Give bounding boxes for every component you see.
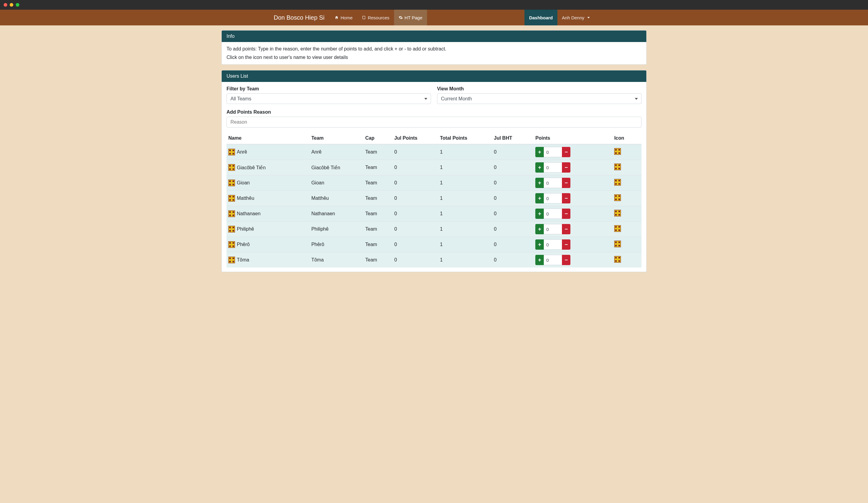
- user-julpoints: 0: [393, 191, 438, 206]
- avatar-icon[interactable]: [228, 180, 235, 186]
- close-window-icon[interactable]: [4, 3, 7, 7]
- subtract-points-button[interactable]: −: [562, 147, 570, 157]
- points-input[interactable]: [544, 147, 562, 157]
- user-julbht: 0: [492, 191, 534, 206]
- user-name: Anrê: [237, 149, 247, 155]
- user-team: Anrê: [309, 144, 363, 160]
- add-points-button[interactable]: +: [535, 255, 544, 265]
- info-text-line1: To add points: Type in the reason, enter…: [227, 46, 641, 52]
- filter-row: Filter by Team All Teams View Month Curr…: [227, 86, 641, 104]
- user-totalpoints: 1: [438, 252, 492, 268]
- nav-links: Home Resources HT Page: [330, 10, 427, 25]
- brand[interactable]: Don Bosco Hiep Si: [274, 10, 330, 25]
- avatar-icon[interactable]: [228, 195, 235, 202]
- avatar-icon[interactable]: [614, 164, 621, 170]
- table-row: GioanGioanTeam010+−: [227, 175, 641, 191]
- avatar-icon[interactable]: [614, 225, 621, 232]
- avatar-icon[interactable]: [228, 256, 235, 263]
- filter-team-col: Filter by Team All Teams: [227, 86, 431, 104]
- filter-team-label: Filter by Team: [227, 86, 431, 92]
- user-cap: Team: [363, 160, 393, 175]
- add-points-button[interactable]: +: [535, 162, 544, 172]
- view-month-select[interactable]: Current Month: [437, 93, 641, 104]
- nav-htpage-label: HT Page: [405, 15, 423, 20]
- user-julpoints: 0: [393, 252, 438, 268]
- user-name: Giacôbê Tiền: [237, 165, 266, 170]
- avatar-icon[interactable]: [228, 226, 235, 232]
- add-points-button[interactable]: +: [535, 178, 544, 188]
- nav-home[interactable]: Home: [330, 10, 357, 25]
- user-cap: Team: [363, 237, 393, 252]
- points-input[interactable]: [544, 239, 562, 250]
- nav-htpage[interactable]: HT Page: [394, 10, 427, 25]
- points-input[interactable]: [544, 209, 562, 219]
- view-month-label: View Month: [437, 86, 641, 92]
- subtract-points-button[interactable]: −: [562, 239, 570, 250]
- user-julpoints: 0: [393, 237, 438, 252]
- user-totalpoints: 1: [438, 144, 492, 160]
- avatar-icon[interactable]: [614, 256, 621, 263]
- user-team: Gioan: [309, 175, 363, 191]
- points-input-group: +−: [535, 224, 570, 234]
- add-points-button[interactable]: +: [535, 239, 544, 250]
- add-points-button[interactable]: +: [535, 193, 544, 203]
- user-totalpoints: 1: [438, 206, 492, 222]
- avatar-icon[interactable]: [614, 148, 621, 155]
- add-points-button[interactable]: +: [535, 147, 544, 157]
- user-julbht: 0: [492, 175, 534, 191]
- nav-user-label: Anh Denny: [562, 15, 584, 20]
- nav-home-label: Home: [341, 15, 353, 20]
- subtract-points-button[interactable]: −: [562, 178, 570, 188]
- navbar: Don Bosco Hiep Si Home Resources HT Page…: [0, 10, 868, 25]
- reason-input[interactable]: [227, 117, 641, 128]
- avatar-icon[interactable]: [228, 149, 235, 155]
- nav-dashboard[interactable]: Dashboard: [525, 10, 557, 25]
- subtract-points-button[interactable]: −: [562, 193, 570, 203]
- maximize-window-icon[interactable]: [16, 3, 19, 7]
- subtract-points-button[interactable]: −: [562, 224, 570, 234]
- points-input-group: +−: [535, 162, 570, 172]
- points-input-group: +−: [535, 193, 570, 203]
- table-row: Giacôbê TiềnGiacôbê TiềnTeam010+−: [227, 160, 641, 175]
- points-input[interactable]: [544, 255, 562, 265]
- user-julbht: 0: [492, 206, 534, 222]
- user-team: Philiphê: [309, 222, 363, 237]
- points-input[interactable]: [544, 162, 562, 172]
- user-totalpoints: 1: [438, 237, 492, 252]
- minimize-window-icon[interactable]: [10, 3, 13, 7]
- avatar-icon[interactable]: [228, 164, 235, 171]
- user-totalpoints: 1: [438, 175, 492, 191]
- subtract-points-button[interactable]: −: [562, 255, 570, 265]
- filter-team-select[interactable]: All Teams: [227, 93, 431, 104]
- user-cap: Team: [363, 175, 393, 191]
- points-input[interactable]: [544, 193, 562, 203]
- user-julpoints: 0: [393, 206, 438, 222]
- subtract-points-button[interactable]: −: [562, 162, 570, 172]
- nav-resources[interactable]: Resources: [357, 10, 394, 25]
- avatar-icon[interactable]: [228, 241, 235, 248]
- users-list-panel: Users List Filter by Team All Teams View…: [221, 70, 647, 272]
- avatar-icon[interactable]: [614, 241, 621, 247]
- avatar-icon[interactable]: [614, 210, 621, 217]
- col-icon: Icon: [612, 133, 641, 144]
- user-julpoints: 0: [393, 160, 438, 175]
- add-points-button[interactable]: +: [535, 224, 544, 234]
- add-points-button[interactable]: +: [535, 209, 544, 219]
- avatar-icon[interactable]: [614, 179, 621, 186]
- window-titlebar: [0, 0, 868, 10]
- user-name: Philiphê: [237, 227, 254, 232]
- user-team: Phêrô: [309, 237, 363, 252]
- points-input[interactable]: [544, 224, 562, 234]
- points-input[interactable]: [544, 178, 562, 188]
- avatar-icon[interactable]: [228, 210, 235, 217]
- info-panel-body: To add points: Type in the reason, enter…: [222, 42, 646, 64]
- table-row: PhiliphêPhiliphêTeam010+−: [227, 222, 641, 237]
- avatar-icon[interactable]: [614, 195, 621, 201]
- table-row: MatthêuMatthêuTeam010+−: [227, 191, 641, 206]
- nav-user-menu[interactable]: Anh Denny: [557, 10, 594, 25]
- user-julpoints: 0: [393, 144, 438, 160]
- points-input-group: +−: [535, 209, 570, 219]
- subtract-points-button[interactable]: −: [562, 209, 570, 219]
- chevron-down-icon: [587, 17, 590, 19]
- user-team: Nathanaen: [309, 206, 363, 222]
